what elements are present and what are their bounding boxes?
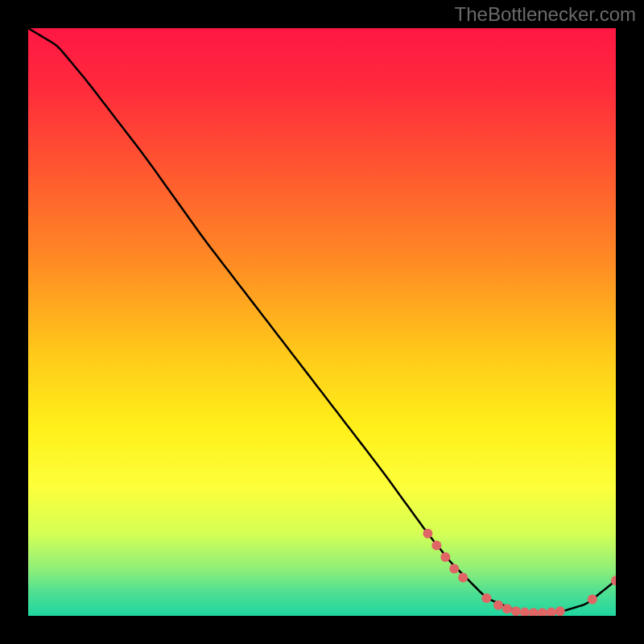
chart-svg xyxy=(28,28,616,616)
data-point xyxy=(502,604,512,613)
data-point xyxy=(449,564,459,574)
data-point xyxy=(440,552,450,562)
data-point xyxy=(588,595,597,605)
chart-container: TheBottlenecker.com xyxy=(0,0,644,644)
data-point xyxy=(481,593,491,603)
gradient-background xyxy=(28,28,616,616)
data-point xyxy=(431,540,441,550)
data-point xyxy=(511,606,521,616)
plot-area xyxy=(28,28,616,616)
data-point xyxy=(423,529,432,539)
data-point xyxy=(555,606,565,616)
watermark-text: TheBottlenecker.com xyxy=(455,3,636,26)
data-point xyxy=(458,573,468,583)
data-point xyxy=(493,601,503,610)
